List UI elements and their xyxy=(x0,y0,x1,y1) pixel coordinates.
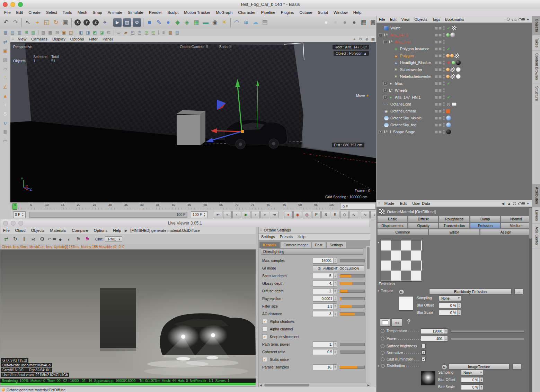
power-anim-dot[interactable] xyxy=(381,337,384,340)
object-row-polygon[interactable]: ▲Polygon xyxy=(377,52,532,59)
white-disc[interactable] xyxy=(456,67,461,72)
render-visibility-dot[interactable] xyxy=(443,132,445,134)
distribution-expander-icon[interactable]: ▸ xyxy=(378,364,380,367)
hud-camera-label[interactable]: OctaneCamera ⠿ xyxy=(180,45,208,49)
texture-more-button[interactable]: ... xyxy=(514,289,523,294)
model-mode-icon[interactable]: ▣ xyxy=(1,46,10,55)
history-back-icon[interactable]: ◀ xyxy=(500,201,506,206)
stepper-icon[interactable]: ▲▼ xyxy=(333,304,337,309)
menu-tools[interactable]: Tools xyxy=(60,9,75,16)
record-position-icon[interactable]: P xyxy=(312,211,321,218)
menu-mesh[interactable]: Mesh xyxy=(75,9,90,16)
stepper-icon[interactable]: ▲▼ xyxy=(333,296,337,301)
menu-sculpt[interactable]: Sculpt xyxy=(165,9,181,16)
enable-toggle[interactable] xyxy=(435,34,438,37)
orange-square[interactable] xyxy=(446,109,450,113)
orange-ball[interactable] xyxy=(446,68,450,71)
viewport-solo-icon[interactable]: S xyxy=(1,109,10,118)
power-slider[interactable] xyxy=(451,338,524,340)
menu-pipeline[interactable]: Pipeline xyxy=(258,9,278,16)
object-row-l-shape-stage[interactable]: +L°L Shape Stage xyxy=(377,128,532,135)
move-tool-icon[interactable]: + xyxy=(33,17,42,28)
make-editable-icon[interactable]: ⇄ xyxy=(1,37,10,46)
object-row-octanesky-visible[interactable]: OctaneSky_visible xyxy=(377,115,532,121)
last-tool-icon[interactable]: ▣ xyxy=(61,17,70,28)
field-path-term-power[interactable]: 1.▲▼ xyxy=(313,341,337,347)
menu-user-data[interactable]: User Data xyxy=(409,200,433,207)
green-ball[interactable] xyxy=(446,33,450,37)
enable-toggle[interactable] xyxy=(435,110,438,113)
render-region-icon[interactable]: R xyxy=(29,235,38,243)
menu-character[interactable]: Character xyxy=(235,9,258,16)
enable-toggle[interactable] xyxy=(435,47,438,51)
menu-script[interactable]: Script xyxy=(315,9,331,16)
palette-grid-icon-21[interactable]: ◱ xyxy=(150,29,157,36)
tab-normal[interactable]: Normal xyxy=(501,216,531,222)
settings-gear-icon[interactable]: ⚙ xyxy=(38,235,47,243)
menu-mode[interactable]: Mode xyxy=(382,200,397,207)
rotate-tool-icon[interactable]: ↻ xyxy=(51,17,61,28)
render-visibility-dot[interactable] xyxy=(443,104,445,106)
menu-plugins[interactable]: Plugins xyxy=(278,9,297,16)
tab-basic[interactable]: Basic xyxy=(377,216,408,222)
checkbox-static-noise[interactable]: ✓ xyxy=(262,357,267,362)
kernel-type-select[interactable]: Directlighting xyxy=(261,248,363,255)
side-tab-axis-center[interactable]: Axis Center xyxy=(532,224,540,248)
render-view-icon[interactable]: ▶ xyxy=(113,18,122,27)
object-row-w-rfel[interactable]: Würfel✓ xyxy=(377,25,532,31)
menu-help[interactable]: Help xyxy=(110,227,124,234)
tab-editor[interactable]: Editor xyxy=(429,229,480,235)
stepper-icon[interactable]: ▲▼ xyxy=(333,342,337,347)
render-visibility-dot[interactable] xyxy=(443,77,445,79)
slider-specular-depth[interactable] xyxy=(340,274,365,277)
material-preview-image[interactable] xyxy=(381,240,422,282)
menu-cloud[interactable]: Cloud xyxy=(12,227,28,234)
palette-grid-icon-19[interactable]: ◳ xyxy=(136,29,143,36)
field-parallel-samples[interactable]: 16.▲▼ xyxy=(313,364,337,370)
menu-display[interactable]: Display xyxy=(50,36,68,42)
panel-divider[interactable] xyxy=(256,227,258,387)
editor-visibility-dot[interactable] xyxy=(443,81,445,83)
pan-view-icon[interactable]: + xyxy=(351,36,357,42)
blur-offset2-field[interactable]: 0 %▲▼ xyxy=(461,377,483,383)
menu-motion-tracker[interactable]: Motion Tracker xyxy=(181,9,213,16)
attribute-scrollbar[interactable] xyxy=(529,207,532,392)
editor-visibility-dot[interactable] xyxy=(443,40,445,42)
panel-grip-icon[interactable]: ⠿ xyxy=(259,228,264,232)
expand-toggle-icon[interactable]: − xyxy=(383,40,387,44)
blue-ball[interactable] xyxy=(446,116,451,120)
go-to-end-icon[interactable]: ⇥ xyxy=(270,211,278,218)
sampling-select[interactable]: None xyxy=(439,295,461,301)
menu-objects[interactable]: Objects xyxy=(412,17,430,22)
slider-coherent-ratio[interactable] xyxy=(340,350,365,354)
field-ao-distance[interactable]: 3.▲▼ xyxy=(313,311,337,317)
stepper-icon[interactable]: ▲▼ xyxy=(333,311,337,317)
palette-grid-icon-6[interactable]: ▨ xyxy=(40,29,47,36)
normalize-checkbox[interactable]: ✓ xyxy=(422,350,426,355)
dark-sphere[interactable] xyxy=(446,129,451,134)
palette-grid-icon-10[interactable]: ◫ xyxy=(68,29,74,36)
tab-transmission[interactable]: Transmission xyxy=(439,222,469,229)
panel-grip-icon[interactable]: ⠿ xyxy=(10,37,16,41)
redo-icon[interactable]: ↷ xyxy=(11,17,20,28)
slider-diffuse-depth[interactable] xyxy=(340,290,365,293)
home-icon[interactable]: ⌂ xyxy=(512,17,519,22)
expand-toggle-icon[interactable]: + xyxy=(383,95,387,99)
points-mode-icon[interactable]: ∴ xyxy=(1,73,10,82)
slider-path-term-power[interactable] xyxy=(340,343,365,346)
record-rotation-icon[interactable]: R xyxy=(331,211,339,218)
palette-grid-icon-22[interactable]: ≡ xyxy=(160,29,167,36)
tab-common[interactable]: Common xyxy=(377,229,428,235)
workplane-mode-icon[interactable]: ▱ xyxy=(1,64,10,73)
menu-materials[interactable]: Materials xyxy=(47,227,69,234)
distribution-shader-button[interactable]: ImageTexture xyxy=(449,364,510,370)
expand-toggle-icon[interactable]: + xyxy=(383,82,387,85)
side-tab-takes[interactable]: Takes xyxy=(532,35,540,51)
checkbox-alpha-shadows[interactable]: ✓ xyxy=(262,319,267,324)
enable-toggle[interactable] xyxy=(435,68,438,71)
render-visibility-dot[interactable] xyxy=(443,28,445,30)
tab-opacity[interactable]: Opacity xyxy=(408,222,439,229)
menu-view[interactable]: View xyxy=(16,36,29,42)
add-icon[interactable]: + xyxy=(525,201,531,206)
menu-mograph[interactable]: MoGraph xyxy=(213,9,235,16)
